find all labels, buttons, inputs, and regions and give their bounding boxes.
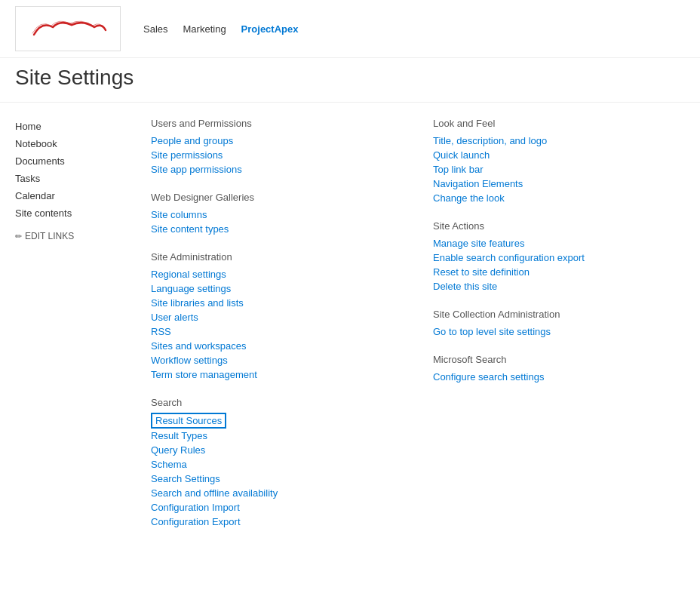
section-site-admin: Site Administration Regional settings La… [151,251,403,382]
link-sites-workspaces[interactable]: Sites and workspaces [151,339,403,353]
link-rss[interactable]: RSS [151,324,403,339]
link-result-sources[interactable]: Result Sources [151,413,226,429]
link-top-level-site-settings[interactable]: Go to top level site settings [433,324,685,339]
sidebar-item-notebook[interactable]: Notebook [15,135,121,152]
link-query-rules[interactable]: Query Rules [151,443,403,457]
edit-links-label: EDIT LINKS [25,231,74,241]
link-site-columns[interactable]: Site columns [151,207,403,222]
edit-links[interactable]: ✏ EDIT LINKS [15,231,121,241]
nav-link-sales[interactable]: Sales [143,23,168,35]
middle-column: Users and Permissions People and groups … [136,118,418,544]
link-term-store[interactable]: Term store management [151,367,403,382]
link-top-link-bar[interactable]: Top link bar [433,162,685,177]
pencil-icon: ✏ [15,232,22,241]
link-enable-search-config-export[interactable]: Enable search configuration export [433,250,685,265]
section-web-designer: Web Designer Galleries Site columns Site… [151,192,403,236]
link-change-look[interactable]: Change the look [433,191,685,205]
sidebar-item-tasks[interactable]: Tasks [15,170,121,187]
link-delete-site[interactable]: Delete this site [433,279,685,293]
sidebar-item-home[interactable]: Home [15,118,121,135]
link-site-content-types[interactable]: Site content types [151,222,403,236]
section-search: Search Result Sources Result Types Query… [151,397,403,529]
link-site-app-permissions[interactable]: Site app permissions [151,162,403,177]
section-look-feel: Look and Feel Title, description, and lo… [433,118,685,205]
section-header-site-admin: Site Administration [151,251,403,263]
sidebar-item-calendar[interactable]: Calendar [15,187,121,204]
link-schema[interactable]: Schema [151,457,403,472]
link-regional-settings[interactable]: Regional settings [151,267,403,281]
link-reset-site-definition[interactable]: Reset to site definition [433,265,685,279]
link-quick-launch[interactable]: Quick launch [433,148,685,162]
link-people-groups[interactable]: People and groups [151,134,403,148]
link-language-settings[interactable]: Language settings [151,281,403,296]
section-header-look-feel: Look and Feel [433,118,685,129]
content-area: Users and Permissions People and groups … [136,118,700,544]
section-header-search: Search [151,397,403,408]
sidebar: Home Notebook Documents Tasks Calendar S… [0,118,136,544]
link-user-alerts[interactable]: User alerts [151,310,403,324]
section-header-web-designer: Web Designer Galleries [151,192,403,203]
right-column: Look and Feel Title, description, and lo… [418,118,700,544]
section-header-site-collection-admin: Site Collection Administration [433,309,685,320]
link-search-settings[interactable]: Search Settings [151,472,403,486]
top-navigation: Sales Marketing ProjectApex [0,0,700,58]
nav-link-marketing[interactable]: Marketing [183,23,226,35]
link-search-offline[interactable]: Search and offline availability [151,486,403,500]
section-microsoft-search: Microsoft Search Configure search settin… [433,354,685,384]
page-title: Site Settings [15,66,685,90]
section-header-site-actions: Site Actions [433,220,685,232]
section-site-collection-admin: Site Collection Administration Go to top… [433,309,685,339]
link-site-libraries-lists[interactable]: Site libraries and lists [151,296,403,310]
section-users-permissions: Users and Permissions People and groups … [151,118,403,177]
main-content: Home Notebook Documents Tasks Calendar S… [0,103,700,559]
nav-link-projectapex[interactable]: ProjectApex [241,23,299,35]
nav-links: Sales Marketing ProjectApex [143,23,298,35]
link-site-permissions[interactable]: Site permissions [151,148,403,162]
section-site-actions: Site Actions Manage site features Enable… [433,220,685,293]
sidebar-item-documents[interactable]: Documents [15,152,121,170]
link-result-types[interactable]: Result Types [151,429,403,443]
sidebar-item-site-contents[interactable]: Site contents [15,204,121,222]
link-config-import[interactable]: Configuration Import [151,500,403,515]
site-logo [15,6,121,51]
link-title-description-logo[interactable]: Title, description, and logo [433,134,685,148]
section-header-users-permissions: Users and Permissions [151,118,403,129]
link-navigation-elements[interactable]: Navigation Elements [433,177,685,191]
page-title-area: Site Settings [0,58,700,103]
link-config-export[interactable]: Configuration Export [151,515,403,529]
logo-image [26,14,109,44]
link-manage-site-features[interactable]: Manage site features [433,236,685,250]
section-header-microsoft-search: Microsoft Search [433,354,685,365]
link-configure-search-settings[interactable]: Configure search settings [433,370,685,384]
link-workflow-settings[interactable]: Workflow settings [151,353,403,367]
